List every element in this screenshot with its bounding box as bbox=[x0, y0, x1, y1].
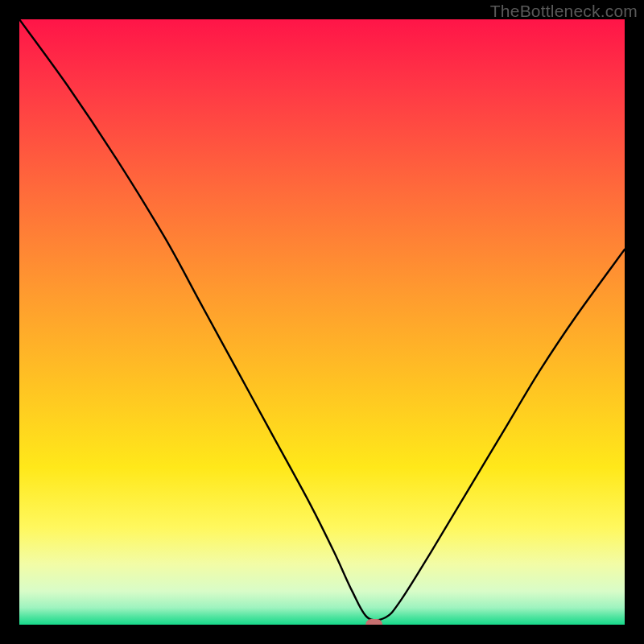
plot-area bbox=[19, 19, 625, 625]
plot-svg bbox=[19, 19, 625, 625]
chart-frame: TheBottleneck.com bbox=[0, 0, 644, 644]
gradient-background bbox=[19, 19, 625, 625]
watermark-text: TheBottleneck.com bbox=[490, 2, 638, 21]
